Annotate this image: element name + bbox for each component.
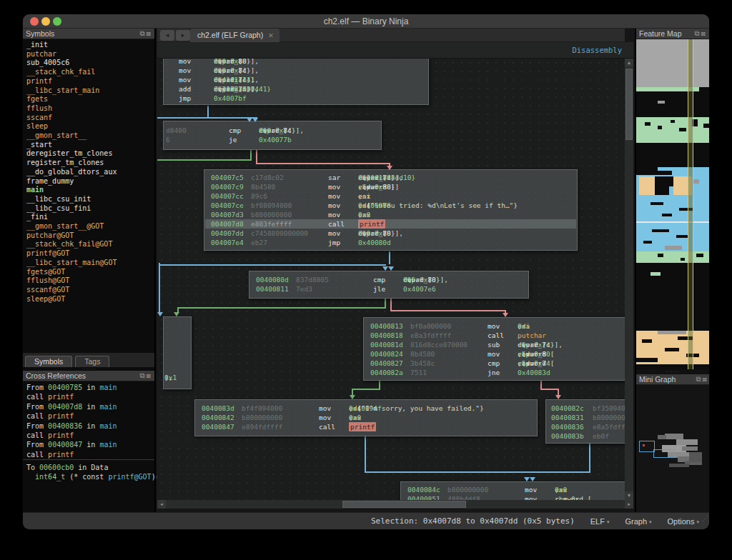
symbol-item[interactable]: __libc_start_main@GOT (26, 259, 154, 268)
symbol-item[interactable]: deregister_tm_clones (26, 149, 154, 159)
instruction-row[interactable]: 00400818e8a3fdffffcallputchar (365, 331, 625, 340)
close-panel-icon[interactable]: ⊠ (147, 29, 152, 37)
basic-block[interactable]: d8400cmpdword [rbp-0x7c {var_84}], 0x06j… (163, 121, 382, 150)
instruction-row[interactable]: 004007cebf08094000movedi, 0x400908 {"\nY… (205, 201, 576, 210)
symbol-item[interactable]: main (26, 186, 154, 195)
instruction-row[interactable]: 0040083dbf4f094000movedi, 0x40094f {"I'm… (196, 404, 536, 413)
symbol-item[interactable]: register_tm_clones (26, 159, 154, 168)
basic-block[interactable]: ], 0x1 (163, 316, 192, 389)
instruction-row[interactable]: 004008273b458ccmpeax, dword [rbp-0x74 {v… (365, 359, 625, 368)
instruction-row[interactable]: 004008248b4580moveax, dword [rbp-0x80 {v… (365, 349, 625, 359)
symbol-item[interactable]: __libc_csu_fini (26, 204, 154, 214)
symbol-item[interactable]: putchar@GOT (26, 231, 154, 241)
back-button[interactable]: ◂ (160, 30, 174, 41)
instruction-row[interactable]: adddword [rbp-0x74 {var_7c}], 0x21223300… (164, 84, 427, 94)
instruction-row[interactable]: 0040080d837d8805cmpdword [rbp-0x78 {var_… (250, 275, 528, 284)
forward-button[interactable]: ▸ (176, 30, 190, 41)
instruction-row[interactable]: 004007cc89c6movesi, eax (205, 191, 576, 201)
basic-block[interactable]: 004007c5c17d8c02sardword [rbp-0x74 {var_… (204, 169, 578, 251)
instruction-row[interactable]: 00400847e894fdffffcallprintf (196, 422, 536, 431)
symbol-item[interactable]: fgets (26, 95, 154, 104)
symbol-item[interactable]: __gmon_start__@GOT (26, 222, 154, 231)
instruction-row[interactable]: jmp0x4007bf (164, 94, 427, 103)
instruction-row[interactable]: 00400831b80000000 (547, 413, 625, 422)
symbol-item[interactable]: sscanf (26, 114, 154, 123)
symbol-item[interactable]: _start (26, 141, 154, 150)
resize-grip-icon[interactable]: ⋰ (702, 511, 708, 528)
instruction-row[interactable]: 00400851488b4df8movrcx, qword [rbp-0x (402, 494, 625, 500)
instruction-row[interactable]: 0040082cbf3509400 (547, 404, 625, 413)
scroll-down-icon[interactable]: ▼ (625, 491, 633, 500)
symbol-item[interactable]: sleep (26, 122, 154, 131)
symbol-item[interactable]: frame_dummy (26, 177, 154, 186)
symbol-item[interactable]: __libc_csu_init (26, 195, 154, 204)
symbol-item[interactable]: __do_global_dtors_aux (26, 168, 154, 177)
xref-entry-detail[interactable]: call printf (26, 411, 154, 421)
instruction-row[interactable]: 6je0x40077b (164, 135, 380, 144)
instruction-row[interactable]: d8400cmpdword [rbp-0x7c {var_84}], 0x0 (164, 126, 380, 135)
instruction-row[interactable]: 00400842b800000000moveax, 0x0 (196, 413, 536, 422)
instruction-row[interactable]: 0040083beb0f (547, 431, 625, 441)
basic-block[interactable]: 0040082cbf350940000400831b80000000004008… (545, 399, 625, 444)
popout-icon[interactable]: ⧉ (139, 371, 146, 379)
feature-map-cursor[interactable] (688, 39, 693, 369)
vscroll-thumb[interactable] (625, 69, 633, 140)
mini-graph[interactable] (636, 385, 709, 512)
symbol-item[interactable]: __stack_chk_fail@GOT (26, 240, 154, 249)
hscroll-thumb[interactable] (342, 501, 466, 508)
basic-block[interactable]: 0040080d837d8805cmpdword [rbp-0x78 {var_… (249, 271, 529, 299)
popout-icon[interactable]: ⧉ (694, 29, 701, 37)
instruction-row[interactable]: 00400836e8a5fdfff (547, 422, 625, 431)
scroll-left-icon[interactable]: ◂ (157, 500, 166, 509)
instruction-row[interactable]: 0040081d816d8cce070000subdword [rbp-0x74… (365, 340, 625, 349)
xref-entry[interactable]: From 00400836 in main (26, 421, 154, 431)
popout-icon[interactable]: ⧉ (139, 29, 146, 37)
close-panel-icon[interactable]: ⊠ (147, 371, 152, 379)
basic-block[interactable]: 0040084cb800000000moveax, 0x000400851488… (400, 481, 625, 500)
symbol-item[interactable]: fgets@GOT (26, 268, 154, 277)
symbol-item[interactable]: printf (26, 77, 154, 86)
symbol-item[interactable]: fflush (26, 104, 154, 114)
scroll-right-icon[interactable]: ▸ (625, 500, 633, 509)
close-panel-icon[interactable]: ⊠ (703, 375, 708, 383)
symbol-item[interactable]: __gmon_start__ (26, 131, 154, 141)
instruction-row[interactable]: 00400813bf0a000000movedi, 0xa (365, 321, 625, 331)
symbol-item[interactable]: sscanf@GOT (26, 286, 154, 295)
xref-entry-detail[interactable]: call printf (26, 392, 154, 401)
symbol-item[interactable]: fflush@GOT (26, 276, 154, 286)
status-menu-elf[interactable]: ELF▾ (590, 513, 610, 529)
close-panel-icon[interactable]: ⊠ (701, 29, 707, 37)
status-menu-options[interactable]: Options▾ (668, 513, 699, 529)
xref-entry-detail[interactable]: call printf (26, 431, 154, 440)
basic-block[interactable]: 0040083dbf4f094000movedi, 0x40094f {"I'm… (194, 399, 538, 436)
instruction-row[interactable]: 004007e4eb27jmp0x40080d (205, 238, 576, 247)
instruction-row[interactable]: movdword [rbp-0x74 {var_7c}], 0x41414141 (164, 75, 427, 84)
feature-map[interactable] (636, 39, 709, 369)
instruction-row[interactable]: movdword [rbp-0x80 {var_88}], 0x0 (164, 59, 427, 66)
graph-vscrollbar[interactable]: ▲ ▼ (625, 59, 633, 500)
xref-entry[interactable]: From 00400847 in main (26, 440, 154, 449)
instruction-row[interactable]: movdword [rbp-0x7c {var_84}], 0x0 (164, 66, 427, 75)
symbol-item[interactable]: putchar (26, 50, 154, 59)
tab-close-icon[interactable]: ✕ (268, 32, 274, 39)
symbol-item[interactable]: __libc_start_main (26, 86, 154, 96)
basic-block[interactable]: 00400813bf0a000000movedi, 0xa00400818e8a… (363, 317, 625, 381)
graph-hscrollbar[interactable]: ◂ ▸ (157, 500, 633, 509)
view-mode-selector[interactable]: Disassembly (572, 42, 622, 59)
xref-entry[interactable]: From 004007d8 in main (26, 402, 154, 411)
xref-entry-detail[interactable]: call printf (26, 450, 154, 459)
instruction-row[interactable]: 004007d8e803feffffcallprintf (205, 219, 576, 229)
mini-graph-viewport[interactable] (639, 441, 655, 452)
instruction-row[interactable]: 004007ddc7458800000000movdword [rbp-0x78… (205, 229, 576, 238)
status-menu-graph[interactable]: Graph▾ (625, 513, 651, 529)
mini-graph-viewport[interactable] (653, 449, 675, 458)
graph-canvas[interactable]: movdword [rbp-0x80 {var_88}], 0x0movdwor… (157, 59, 625, 500)
popout-icon[interactable]: ⧉ (696, 375, 702, 383)
symbol-item[interactable]: sleep@GOT (26, 295, 154, 304)
symbol-item[interactable]: _init (26, 41, 154, 50)
symbol-item[interactable]: _fini (26, 213, 154, 222)
instruction-row[interactable]: 004007c98b4580moveax, dword [rbp-0x80 {v… (205, 182, 576, 191)
xref-to-entry[interactable]: To 00600cb0 in Data (26, 463, 154, 472)
symbol-item[interactable]: printf@GOT (26, 249, 154, 259)
symbol-item[interactable]: sub_4005c6 (26, 59, 154, 68)
